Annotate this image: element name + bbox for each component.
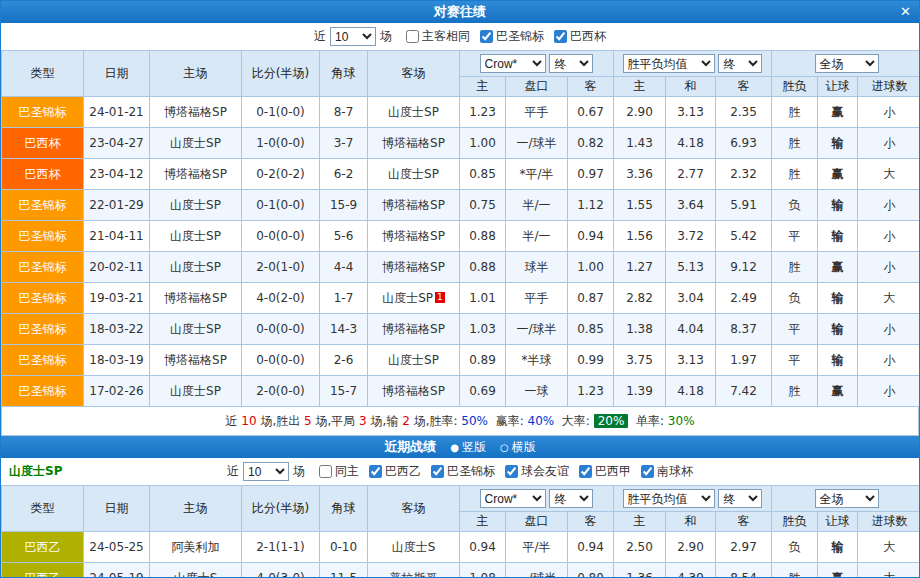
recent-filterbar: 山度士SP 近 10 场 同主巴西乙巴圣锦标球会友谊巴西甲南球杯 bbox=[1, 458, 919, 485]
odds-time-select[interactable]: 终 bbox=[549, 489, 593, 508]
away-team[interactable]: 博塔福格SP bbox=[368, 190, 460, 221]
league-type: 巴圣锦标 bbox=[2, 283, 84, 314]
away-team[interactable]: 山度士SP bbox=[368, 159, 460, 190]
near-label: 近 bbox=[314, 28, 326, 45]
handicap-result: 赢 bbox=[818, 563, 858, 578]
h2h-filter-option[interactable]: 巴圣锦标 bbox=[480, 28, 544, 45]
recent-filter-option[interactable]: 巴西乙 bbox=[369, 463, 421, 480]
handicap-result: 输 bbox=[818, 314, 858, 345]
recent-filter-checkbox[interactable] bbox=[579, 465, 592, 478]
h2h-filter-checkbox[interactable] bbox=[554, 30, 567, 43]
handicap-result: 赢 bbox=[818, 159, 858, 190]
recent-filter-checkbox[interactable] bbox=[505, 465, 518, 478]
handicap-result: 输 bbox=[818, 283, 858, 314]
summary-part: 场,胜出 bbox=[257, 413, 304, 430]
col-home-odds: 主 bbox=[460, 512, 506, 532]
corners: 3-7 bbox=[320, 128, 368, 159]
col-away-odds: 客 bbox=[568, 77, 614, 97]
league-type: 巴西乙 bbox=[2, 563, 84, 578]
home-team[interactable]: 博塔福格SP bbox=[150, 97, 242, 128]
h2h-filter-option[interactable]: 主客相同 bbox=[406, 28, 470, 45]
scope-select[interactable]: 全场 bbox=[815, 54, 879, 73]
home-team[interactable]: 博塔福格SP bbox=[150, 283, 242, 314]
away-team[interactable]: 山度士SP bbox=[368, 97, 460, 128]
recent-filter-option[interactable]: 南球杯 bbox=[641, 463, 693, 480]
europe-avg-select[interactable]: 胜平负均值 bbox=[623, 54, 715, 73]
col-draw: 和 bbox=[666, 512, 716, 532]
summary-part: 50% bbox=[461, 414, 488, 428]
h2h-filter-checkbox[interactable] bbox=[406, 30, 419, 43]
europe-avg-select[interactable]: 胜平负均值 bbox=[623, 489, 715, 508]
draw-odds: 3.04 bbox=[666, 283, 716, 314]
games-label: 场 bbox=[380, 28, 392, 45]
away-team[interactable]: 山度士SP1 bbox=[368, 283, 460, 314]
scope-header: 全场 bbox=[772, 51, 920, 77]
recent-filter-option[interactable]: 巴圣锦标 bbox=[431, 463, 495, 480]
odds-provider-select[interactable]: Crow* bbox=[480, 54, 546, 73]
home-team[interactable]: 山度士SP bbox=[150, 190, 242, 221]
recent-filter-checkbox[interactable] bbox=[431, 465, 444, 478]
red-card-badge: 1 bbox=[435, 292, 445, 303]
recent-filter-option[interactable]: 球会友谊 bbox=[505, 463, 569, 480]
odds-time-select[interactable]: 终 bbox=[549, 54, 593, 73]
scope-select[interactable]: 全场 bbox=[815, 489, 879, 508]
recent-filter-checkbox[interactable] bbox=[319, 465, 332, 478]
home-team[interactable]: 山度士SP bbox=[150, 252, 242, 283]
handicap-line: 一球 bbox=[506, 376, 568, 407]
h2h-count-select[interactable]: 10 bbox=[330, 27, 376, 46]
odds-provider-select[interactable]: Crow* bbox=[480, 489, 546, 508]
handicap-away-odds: 1.12 bbox=[568, 190, 614, 221]
home-team[interactable]: 山度士SP bbox=[150, 221, 242, 252]
view-horizontal-radio[interactable]: ○ 横版 bbox=[500, 439, 536, 456]
win-odds: 2.50 bbox=[614, 532, 666, 563]
home-team[interactable]: 阿美利加 bbox=[150, 532, 242, 563]
away-team[interactable]: 普拉斯哥 bbox=[368, 563, 460, 578]
goals-result: 小 bbox=[858, 128, 920, 159]
league-type: 巴圣锦标 bbox=[2, 190, 84, 221]
home-team[interactable]: 山度士SP bbox=[150, 128, 242, 159]
score: 0-1(0-0) bbox=[242, 97, 320, 128]
recent-count-select[interactable]: 10 bbox=[243, 462, 289, 481]
away-team[interactable]: 山度士S bbox=[368, 532, 460, 563]
league-type: 巴圣锦标 bbox=[2, 314, 84, 345]
close-icon[interactable]: ✕ bbox=[900, 1, 911, 23]
recent-filter-option[interactable]: 同主 bbox=[319, 463, 359, 480]
away-team[interactable]: 博塔福格SP bbox=[368, 314, 460, 345]
away-team[interactable]: 博塔福格SP bbox=[368, 252, 460, 283]
h2h-filter-checkbox[interactable] bbox=[480, 30, 493, 43]
away-team[interactable]: 博塔福格SP bbox=[368, 376, 460, 407]
home-team[interactable]: 博塔福格SP bbox=[150, 345, 242, 376]
h2h-filter-label: 主客相同 bbox=[422, 28, 470, 45]
score: 1-0(0-0) bbox=[242, 128, 320, 159]
summary-part: 近 bbox=[225, 413, 241, 430]
win-odds: 3.75 bbox=[614, 345, 666, 376]
home-team[interactable]: 博塔福格SP bbox=[150, 159, 242, 190]
scope-header: 全场 bbox=[772, 486, 920, 512]
europe-time-select[interactable]: 终 bbox=[718, 54, 762, 73]
h2h-filter-option[interactable]: 巴西杯 bbox=[554, 28, 606, 45]
view-vertical-radio[interactable]: ● 竖版 bbox=[450, 439, 486, 456]
h2h-league-filters: 主客相同巴圣锦标巴西杯 bbox=[396, 28, 606, 46]
summary-part: 赢率: bbox=[488, 413, 528, 430]
handicap-away-odds: 0.94 bbox=[568, 221, 614, 252]
away-team[interactable]: 博塔福格SP bbox=[368, 221, 460, 252]
recent-team-name[interactable]: 山度士SP bbox=[9, 463, 62, 480]
home-team[interactable]: 山度士SP bbox=[150, 314, 242, 345]
away-team[interactable]: 山度士SP bbox=[368, 345, 460, 376]
handicap-line: 平手 bbox=[506, 97, 568, 128]
draw-odds: 4.18 bbox=[666, 376, 716, 407]
europe-time-select[interactable]: 终 bbox=[718, 489, 762, 508]
goals-result: 大 bbox=[858, 159, 920, 190]
home-team[interactable]: 山度士S bbox=[150, 563, 242, 578]
corners: 5-6 bbox=[320, 221, 368, 252]
recent-filter-option[interactable]: 巴西甲 bbox=[579, 463, 631, 480]
recent-filter-checkbox[interactable] bbox=[369, 465, 382, 478]
home-team[interactable]: 山度士SP bbox=[150, 376, 242, 407]
league-type: 巴圣锦标 bbox=[2, 97, 84, 128]
col-handicap: 盘口 bbox=[506, 512, 568, 532]
match-date: 23-04-27 bbox=[84, 128, 150, 159]
col-handicap-result: 让球 bbox=[818, 77, 858, 97]
away-team[interactable]: 博塔福格SP bbox=[368, 128, 460, 159]
recent-filter-checkbox[interactable] bbox=[641, 465, 654, 478]
handicap-result: 输 bbox=[818, 128, 858, 159]
